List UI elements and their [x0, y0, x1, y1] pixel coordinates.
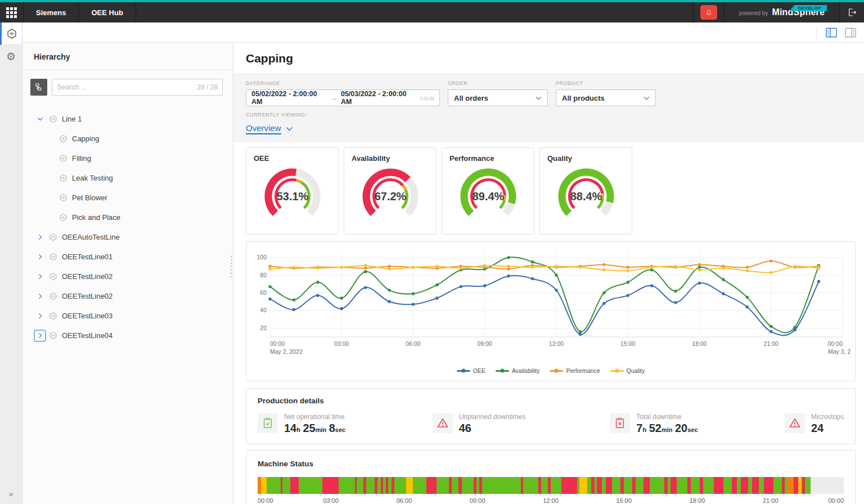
tree-item-oeetestline02[interactable]: OEETestLine02 — [22, 267, 233, 286]
tree-expand-toggle[interactable] — [34, 251, 46, 263]
tree-expand-toggle[interactable] — [34, 231, 46, 244]
asset-hexagon-icon — [59, 194, 68, 202]
tree-view-button[interactable] — [30, 79, 47, 96]
machine-status-segment-red — [782, 477, 785, 494]
tree-item-leak-testing[interactable]: Leak Testing — [22, 168, 233, 188]
toggle-right-panel-icon[interactable] — [845, 28, 856, 38]
tab-siemens-label: Siemens — [36, 8, 66, 17]
tree-item-pick-and-place[interactable]: Pick and Place — [22, 208, 233, 227]
tree-indent — [44, 172, 56, 184]
tree-item-label: Leak Testing — [72, 174, 113, 182]
svg-text:40: 40 — [260, 307, 267, 313]
tree-item-capping[interactable]: Capping — [22, 129, 233, 148]
tree-expand-toggle[interactable] — [34, 271, 46, 283]
stat-net-operational-time: Net operational time14h 25min 8sec — [258, 413, 433, 435]
currently-viewing-dropdown[interactable]: Overview — [246, 123, 293, 134]
currently-viewing-label: CURRENTLY VIEWING: — [246, 112, 852, 118]
machine-status-segment-red — [591, 477, 595, 494]
chevron-right-icon — [37, 253, 44, 260]
logout-button[interactable] — [839, 2, 864, 22]
svg-text:20: 20 — [260, 325, 267, 331]
order-select[interactable]: All orders — [448, 89, 548, 106]
series-line-availability — [270, 257, 819, 332]
machine-status-segment-red — [426, 477, 436, 494]
tree-item-oeetestline03[interactable]: OEETestLine03 — [22, 306, 233, 326]
machine-status-segment-red — [632, 477, 636, 494]
tree-indent — [44, 133, 56, 145]
alert-button[interactable] — [700, 5, 717, 20]
tree-expand-toggle[interactable] — [34, 310, 46, 322]
product-select[interactable]: All products — [556, 89, 656, 106]
machine-axis-tick: 15:00 — [616, 497, 632, 504]
machine-status-segment-yellow — [406, 477, 413, 494]
machine-status-segment-orange — [788, 477, 794, 494]
machine-status-segment-red — [538, 477, 541, 494]
machine-status-segment-red — [381, 477, 383, 494]
stat-value: 7h 52min 20sec — [636, 422, 698, 435]
tab-oee-hub[interactable]: OEE Hub — [79, 2, 136, 22]
machine-status-timeline — [258, 477, 844, 494]
tree-item-line-1[interactable]: Line 1 — [22, 109, 233, 129]
chevron-down-icon — [286, 127, 293, 131]
stat-icon-box — [610, 413, 630, 433]
rail-item-settings[interactable]: ⚙ — [0, 45, 22, 68]
legend-item-availability[interactable]: Availability — [496, 367, 539, 374]
daterange-timezone: Local — [420, 94, 434, 101]
machine-status-segment-yellow — [798, 477, 802, 494]
tree-item-label: OEETestLine03 — [62, 312, 112, 320]
legend-item-performance[interactable]: Performance — [550, 367, 600, 374]
main-content: Capping DATERANGE 05/02/2022 - 2:00:00 A… — [233, 43, 864, 504]
tree-expand-toggle[interactable] — [34, 290, 46, 303]
asset-hexagon-icon — [49, 115, 57, 123]
chevron-down-icon — [536, 96, 542, 100]
tree-expand-toggle[interactable] — [34, 330, 46, 342]
tree-item-oeetestline02[interactable]: OEETestLine02 — [22, 286, 233, 306]
tree-indent — [44, 192, 56, 204]
gear-icon: ⚙ — [6, 50, 16, 63]
daterange-arrow: → — [331, 94, 338, 102]
machine-axis-tick: 18:00 — [690, 497, 705, 504]
machine-status-axis: 00:0003:0006:0009:0012:0015:0018:0021:00… — [258, 496, 844, 504]
hierarchy-search-field[interactable]: 28 / 28 — [52, 79, 223, 96]
tab-siemens[interactable]: Siemens — [24, 2, 79, 22]
tree-item-oeeautotestline[interactable]: OEEAutoTestLine — [22, 227, 233, 247]
daterange-picker[interactable]: 05/02/2022 - 2:00:00 AM → 05/03/2022 - 2… — [246, 89, 440, 106]
tree-item-filling[interactable]: Filling — [22, 148, 233, 168]
panel-resize-handle[interactable] — [230, 255, 232, 277]
gauge-title: Availability — [352, 154, 429, 163]
gauge-quality: 88.4% — [551, 164, 621, 229]
machine-status-segment-red — [548, 477, 551, 494]
legend-item-quality[interactable]: Quality — [610, 367, 645, 374]
top-app-bar: Siemens OEE Hub powered by MindSphere DE… — [0, 2, 864, 22]
clipboard-check-icon — [262, 417, 274, 429]
stat-label: Net operational time — [284, 413, 345, 421]
tree-item-label: OEETestLine01 — [62, 253, 112, 261]
tree-item-oeetestline01[interactable]: OEETestLine01 — [22, 247, 233, 267]
svg-text:12:00: 12:00 — [549, 340, 564, 347]
svg-text:06:00: 06:00 — [406, 340, 420, 347]
tree-item-oeetestline04[interactable]: OEETestLine04 — [22, 326, 233, 345]
gauge-value: 89.4% — [472, 190, 504, 202]
gauge-value: 88.4% — [570, 190, 602, 202]
tree-item-label: OEETestLine04 — [62, 331, 112, 340]
production-stats-row: Net operational time14h 25min 8secUnplan… — [258, 413, 844, 435]
stat-total-downtime: Total downtime7h 52min 20sec — [610, 413, 785, 435]
toggle-left-panel-icon[interactable] — [826, 28, 837, 38]
gauge-value: 67.2% — [374, 190, 406, 202]
tree-item-pet-blower[interactable]: Pet Blower — [22, 188, 233, 208]
search-input[interactable] — [57, 83, 197, 91]
gauge-title: Quality — [547, 154, 624, 163]
tree-expand-toggle[interactable] — [34, 113, 46, 125]
trend-chart: 2040608010000:0003:0006:0009:0012:0015:0… — [252, 248, 850, 363]
collapse-panel-chevrons[interactable]: » — [0, 489, 22, 498]
logout-icon — [847, 7, 857, 17]
app-launcher-button[interactable] — [0, 2, 24, 22]
secondary-toolbar — [22, 22, 864, 43]
series-line-quality — [270, 266, 819, 273]
currently-viewing-value: Overview — [246, 123, 281, 134]
rail-item-assets[interactable] — [0, 22, 22, 45]
legend-item-oee[interactable]: OEE — [457, 367, 485, 374]
machine-status-segment-red — [732, 477, 737, 494]
machine-status-segment-red — [449, 477, 452, 494]
asset-hexagon-icon — [59, 134, 68, 143]
